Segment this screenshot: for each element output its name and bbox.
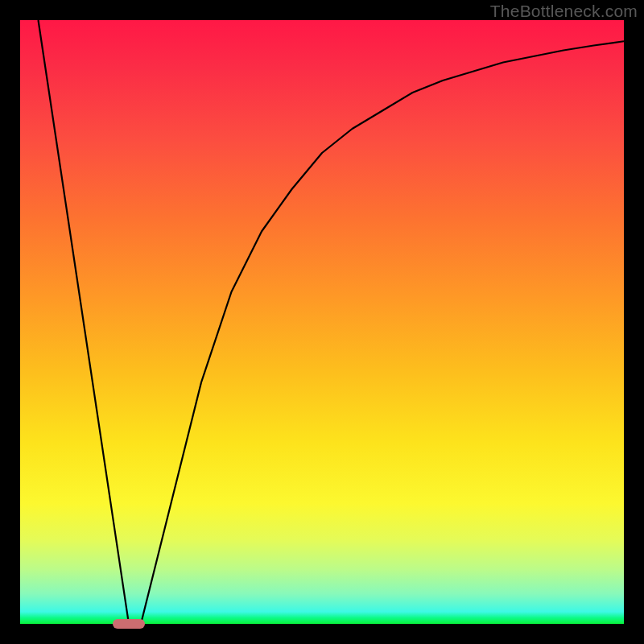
curve-layer: [20, 20, 624, 624]
optimum-marker: [113, 619, 145, 629]
bottleneck-curve: [39, 20, 625, 624]
plot-area: [20, 20, 624, 624]
watermark-text: TheBottleneck.com: [490, 2, 638, 21]
chart-container: TheBottleneck.com: [0, 0, 644, 644]
